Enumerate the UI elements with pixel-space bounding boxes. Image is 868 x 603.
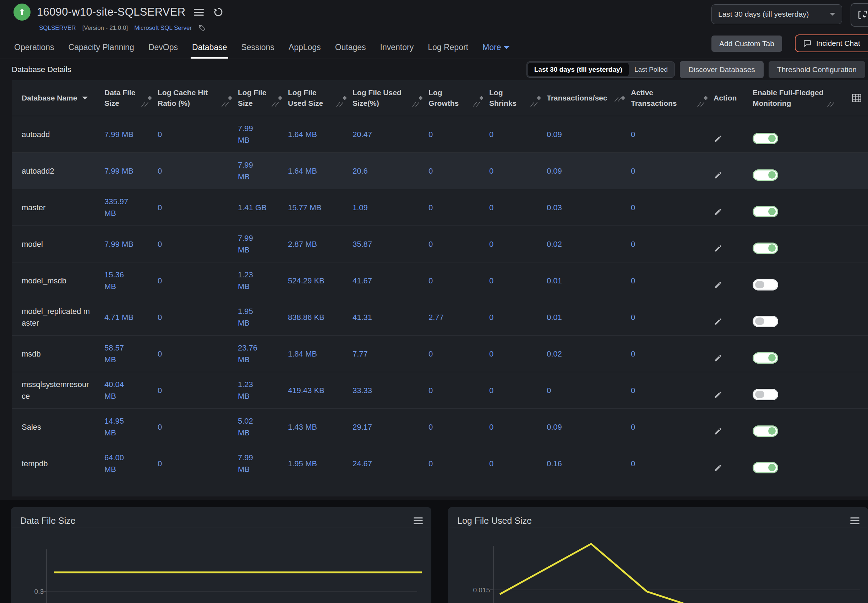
column-header-action[interactable]: Action: [714, 92, 753, 104]
tag-icon[interactable]: [198, 24, 206, 32]
edit-pencil-icon[interactable]: [714, 317, 723, 326]
log-cache-hit-ratio-cell[interactable]: 0: [158, 128, 238, 140]
log-file-used-size-pct-cell[interactable]: 41.67: [352, 275, 428, 287]
log-growths-cell[interactable]: 0: [428, 128, 489, 140]
active-transactions-cell[interactable]: 0: [631, 311, 714, 323]
log-cache-hit-ratio-cell[interactable]: 0: [158, 202, 238, 213]
tab-devops[interactable]: DevOps: [148, 43, 178, 59]
log-file-used-size-cell[interactable]: 2.87 MB: [288, 238, 352, 250]
edit-pencil-icon[interactable]: [714, 134, 723, 143]
log-file-used-size-pct-cell[interactable]: 24.67: [352, 458, 428, 470]
tab-outages[interactable]: Outages: [335, 43, 366, 59]
data-file-size-cell[interactable]: 15.36 MB: [104, 269, 158, 292]
log-growths-cell[interactable]: 0: [428, 421, 489, 433]
log-file-size-cell[interactable]: 1.41 GB: [238, 202, 288, 213]
log-file-used-size-pct-cell[interactable]: 29.17: [352, 421, 428, 433]
log-file-size-cell[interactable]: 7.99 MB: [238, 452, 288, 475]
monitoring-toggle[interactable]: [753, 133, 778, 144]
time-period-dropdown[interactable]: Last 30 days (till yesterday): [712, 4, 842, 24]
active-transactions-cell[interactable]: 0: [631, 202, 714, 213]
monitoring-toggle[interactable]: [753, 389, 778, 400]
column-header-database-name[interactable]: Database Name: [12, 92, 104, 104]
data-file-size-cell[interactable]: 58.57 MB: [104, 342, 158, 365]
edit-pencil-icon[interactable]: [714, 390, 723, 399]
log-file-used-size-cell[interactable]: 524.29 KB: [288, 275, 352, 287]
edit-pencil-icon[interactable]: [714, 244, 723, 253]
log-file-used-size-cell[interactable]: 1.95 MB: [288, 458, 352, 470]
active-transactions-cell[interactable]: 0: [631, 275, 714, 287]
log-cache-hit-ratio-cell[interactable]: 0: [158, 458, 238, 470]
refresh-icon[interactable]: [213, 7, 224, 17]
incident-chat-button[interactable]: Incident Chat: [795, 34, 868, 52]
log-growths-cell[interactable]: 0: [428, 348, 489, 360]
log-file-used-size-pct-cell[interactable]: 20.47: [352, 128, 428, 140]
chart-menu-hamburger-icon[interactable]: [850, 517, 859, 524]
monitoring-toggle[interactable]: [753, 316, 778, 327]
log-cache-hit-ratio-cell[interactable]: 0: [158, 165, 238, 177]
transactions-per-sec-cell[interactable]: 0.09: [547, 421, 631, 433]
monitoring-toggle[interactable]: [753, 206, 778, 217]
log-file-used-size-cell[interactable]: 1.84 MB: [288, 348, 352, 360]
log-growths-cell[interactable]: 0: [428, 238, 489, 250]
transactions-per-sec-cell[interactable]: 0.09: [547, 165, 631, 177]
column-header-log-file-used-size-pct[interactable]: Log File Used Size(%): [352, 87, 428, 109]
log-shrinks-cell[interactable]: 0: [489, 202, 547, 213]
log-file-used-size-pct-cell[interactable]: 35.87: [352, 238, 428, 250]
data-file-size-cell[interactable]: 335.97 MB: [104, 196, 158, 219]
log-file-size-cell[interactable]: 1.95 MB: [238, 305, 288, 329]
data-file-size-cell[interactable]: 64.00 MB: [104, 452, 158, 475]
log-file-size-cell[interactable]: 1.23 MB: [238, 269, 288, 292]
log-growths-cell[interactable]: 2.77: [428, 311, 489, 323]
tab-log-report[interactable]: Log Report: [428, 43, 468, 59]
transactions-per-sec-cell[interactable]: 0.16: [547, 458, 631, 470]
log-file-used-size-pct-cell[interactable]: 20.6: [352, 165, 428, 177]
log-file-used-size-cell[interactable]: 1.64 MB: [288, 128, 352, 140]
log-cache-hit-ratio-cell[interactable]: 0: [158, 238, 238, 250]
edit-pencil-icon[interactable]: [714, 207, 723, 216]
add-custom-tab-button[interactable]: Add Custom Tab: [712, 36, 782, 52]
tab-inventory[interactable]: Inventory: [380, 43, 414, 59]
log-cache-hit-ratio-cell[interactable]: 0: [158, 311, 238, 323]
log-file-size-cell[interactable]: 1.23 MB: [238, 379, 288, 402]
active-transactions-cell[interactable]: 0: [631, 385, 714, 396]
log-shrinks-cell[interactable]: 0: [489, 238, 547, 250]
transactions-per-sec-cell[interactable]: 0.01: [547, 275, 631, 287]
threshold-configuration-button[interactable]: Threshold Configuration: [769, 61, 865, 78]
log-growths-cell[interactable]: 0: [428, 458, 489, 470]
data-file-size-cell[interactable]: 4.71 MB: [104, 311, 158, 323]
edit-pencil-icon[interactable]: [714, 281, 723, 289]
log-file-size-cell[interactable]: 7.99 MB: [238, 159, 288, 182]
log-file-size-cell[interactable]: 5.02 MB: [238, 415, 288, 439]
active-transactions-cell[interactable]: 0: [631, 421, 714, 433]
transactions-per-sec-cell[interactable]: 0.02: [547, 348, 631, 360]
log-growths-cell[interactable]: 0: [428, 165, 489, 177]
log-file-used-size-pct-cell[interactable]: 7.77: [352, 348, 428, 360]
log-shrinks-cell[interactable]: 0: [489, 421, 547, 433]
transactions-per-sec-cell[interactable]: 0.01: [547, 311, 631, 323]
view-toggle-last-polled-option[interactable]: Last Polled: [629, 63, 673, 76]
active-transactions-cell[interactable]: 0: [631, 458, 714, 470]
log-shrinks-cell[interactable]: 0: [489, 165, 547, 177]
data-file-size-cell[interactable]: 7.99 MB: [104, 238, 158, 250]
log-file-used-size-pct-cell[interactable]: 33.33: [352, 385, 428, 396]
monitor-type-link[interactable]: SQLSERVER: [39, 25, 76, 32]
transactions-per-sec-cell[interactable]: 0.09: [547, 128, 631, 140]
log-file-used-size-cell[interactable]: 1.64 MB: [288, 165, 352, 177]
log-shrinks-cell[interactable]: 0: [489, 385, 547, 396]
monitoring-toggle[interactable]: [753, 352, 778, 363]
transactions-per-sec-cell[interactable]: 0: [547, 385, 631, 396]
log-file-used-size-pct-cell[interactable]: 41.31: [352, 311, 428, 323]
data-file-size-cell[interactable]: 14.95 MB: [104, 415, 158, 439]
monitoring-toggle[interactable]: [753, 243, 778, 254]
column-header-active-transactions[interactable]: Active Transactions: [631, 87, 714, 109]
column-header-transactions-per-sec[interactable]: Transactions/sec: [547, 92, 631, 104]
log-shrinks-cell[interactable]: 0: [489, 275, 547, 287]
log-file-size-cell[interactable]: 7.99 MB: [238, 122, 288, 146]
edit-pencil-icon[interactable]: [714, 171, 723, 180]
log-growths-cell[interactable]: 0: [428, 385, 489, 396]
log-cache-hit-ratio-cell[interactable]: 0: [158, 421, 238, 433]
monitoring-toggle[interactable]: [753, 462, 778, 473]
edit-pencil-icon[interactable]: [714, 354, 723, 363]
active-transactions-cell[interactable]: 0: [631, 128, 714, 140]
view-toggle-period-option[interactable]: Last 30 days (till yesterday): [528, 63, 629, 76]
